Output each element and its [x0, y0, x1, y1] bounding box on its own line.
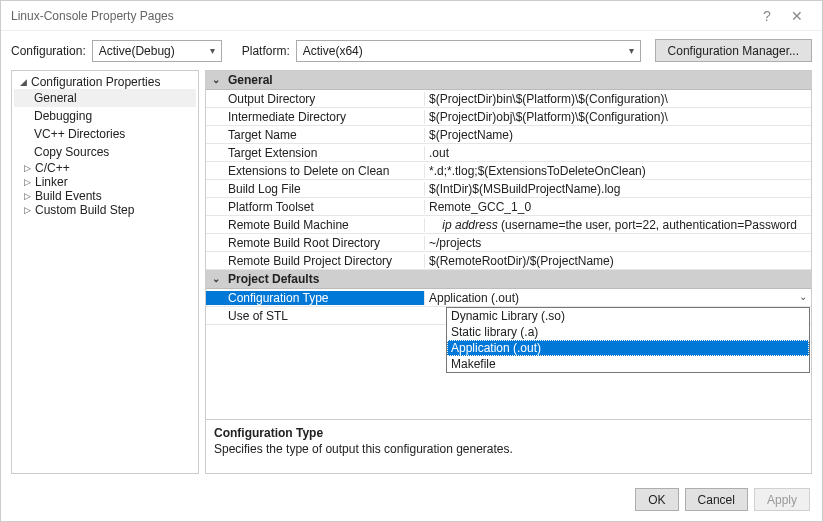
description-text: Specifies the type of output this config…	[214, 442, 803, 456]
property-row[interactable]: Target Name$(ProjectName)	[206, 126, 811, 144]
titlebar: Linux-Console Property Pages ? ✕	[1, 1, 822, 31]
property-name: Extensions to Delete on Clean	[206, 164, 424, 178]
property-value[interactable]: Application (.out)⌄	[424, 291, 811, 305]
platform-value: Active(x64)	[303, 44, 363, 58]
property-row[interactable]: Extensions to Delete on Clean*.d;*.tlog;…	[206, 162, 811, 180]
property-name: Intermediate Directory	[206, 110, 424, 124]
configuration-manager-button[interactable]: Configuration Manager...	[655, 39, 812, 62]
help-icon[interactable]: ?	[752, 8, 782, 24]
property-row[interactable]: Platform ToolsetRemote_GCC_1_0	[206, 198, 811, 216]
property-grid: ⌄ General Output Directory$(ProjectDir)b…	[205, 70, 812, 474]
tree-item-vc-directories[interactable]: VC++ Directories	[14, 125, 196, 143]
apply-button[interactable]: Apply	[754, 488, 810, 511]
configuration-value: Active(Debug)	[99, 44, 175, 58]
property-name: Configuration Type	[206, 291, 424, 305]
property-row[interactable]: Output Directory$(ProjectDir)bin\$(Platf…	[206, 90, 811, 108]
property-value[interactable]: $(ProjectDir)bin\$(Platform)\$(Configura…	[424, 92, 811, 106]
dropdown-item[interactable]: Static library (.a)	[447, 324, 809, 340]
property-row[interactable]: Configuration TypeApplication (.out)⌄	[206, 289, 811, 307]
property-name: Use of STL	[206, 309, 424, 323]
property-name: Output Directory	[206, 92, 424, 106]
ok-button[interactable]: OK	[635, 488, 678, 511]
tree-root[interactable]: ◢ Configuration Properties	[14, 75, 196, 89]
collapse-icon: ⌄	[212, 74, 220, 85]
configuration-combo[interactable]: Active(Debug) ▾	[92, 40, 222, 62]
tree-item-build-events[interactable]: ▷Build Events	[14, 189, 196, 203]
property-row[interactable]: Remote Build Machine ip address (usernam…	[206, 216, 811, 234]
property-name: Target Name	[206, 128, 424, 142]
dropdown-item[interactable]: Makefile	[447, 356, 809, 372]
configuration-type-dropdown[interactable]: Dynamic Library (.so)Static library (.a)…	[446, 307, 810, 373]
property-value[interactable]: .out	[424, 146, 811, 160]
property-value[interactable]: ~/projects	[424, 236, 811, 250]
tree-item-c-c-[interactable]: ▷C/C++	[14, 161, 196, 175]
property-row[interactable]: Intermediate Directory$(ProjectDir)obj\$…	[206, 108, 811, 126]
section-defaults-header[interactable]: ⌄ Project Defaults	[206, 270, 811, 289]
tree-item-linker[interactable]: ▷Linker	[14, 175, 196, 189]
property-name: Target Extension	[206, 146, 424, 160]
property-pages-dialog: Linux-Console Property Pages ? ✕ Configu…	[0, 0, 823, 522]
expand-icon: ▷	[24, 163, 31, 173]
property-name: Build Log File	[206, 182, 424, 196]
platform-label: Platform:	[242, 44, 290, 58]
tree-item-debugging[interactable]: Debugging	[14, 107, 196, 125]
cancel-button[interactable]: Cancel	[685, 488, 748, 511]
window-title: Linux-Console Property Pages	[11, 9, 752, 23]
property-name: Remote Build Project Directory	[206, 254, 424, 268]
tree-item-custom-build-step[interactable]: ▷Custom Build Step	[14, 203, 196, 217]
collapse-icon: ⌄	[212, 273, 220, 284]
property-name: Remote Build Root Directory	[206, 236, 424, 250]
section-general-header[interactable]: ⌄ General	[206, 71, 811, 90]
property-value[interactable]: ip address (username=the user, port=22, …	[424, 218, 811, 232]
sidebar-tree[interactable]: ◢ Configuration Properties GeneralDebugg…	[11, 70, 199, 474]
property-value[interactable]: $(ProjectDir)obj\$(Platform)\$(Configura…	[424, 110, 811, 124]
tree-item-copy-sources[interactable]: Copy Sources	[14, 143, 196, 161]
chevron-down-icon: ▾	[629, 45, 634, 56]
property-value[interactable]: $(IntDir)$(MSBuildProjectName).log	[424, 182, 811, 196]
property-value[interactable]: *.d;*.tlog;$(ExtensionsToDeleteOnClean)	[424, 164, 811, 178]
expand-icon: ▷	[24, 191, 31, 201]
close-icon[interactable]: ✕	[782, 8, 812, 24]
toolbar: Configuration: Active(Debug) ▾ Platform:…	[1, 31, 822, 70]
property-value[interactable]: $(ProjectName)	[424, 128, 811, 142]
property-value[interactable]: $(RemoteRootDir)/$(ProjectName)	[424, 254, 811, 268]
dialog-footer: OK Cancel Apply	[1, 480, 822, 521]
collapse-icon: ◢	[20, 77, 27, 87]
configuration-label: Configuration:	[11, 44, 86, 58]
property-row[interactable]: Remote Build Root Directory~/projects	[206, 234, 811, 252]
dropdown-item[interactable]: Dynamic Library (.so)	[447, 308, 809, 324]
property-name: Platform Toolset	[206, 200, 424, 214]
property-row[interactable]: Remote Build Project Directory$(RemoteRo…	[206, 252, 811, 270]
dropdown-item[interactable]: Application (.out)	[447, 340, 809, 356]
property-row[interactable]: Build Log File$(IntDir)$(MSBuildProjectN…	[206, 180, 811, 198]
property-row[interactable]: Target Extension.out	[206, 144, 811, 162]
description-panel: Configuration Type Specifies the type of…	[206, 419, 811, 473]
platform-combo[interactable]: Active(x64) ▾	[296, 40, 641, 62]
property-name: Remote Build Machine	[206, 218, 424, 232]
chevron-down-icon[interactable]: ⌄	[799, 291, 807, 302]
expand-icon: ▷	[24, 177, 31, 187]
property-value[interactable]: Remote_GCC_1_0	[424, 200, 811, 214]
tree-item-general[interactable]: General	[14, 89, 196, 107]
grid-body: ⌄ General Output Directory$(ProjectDir)b…	[206, 71, 811, 419]
chevron-down-icon: ▾	[210, 45, 215, 56]
expand-icon: ▷	[24, 205, 31, 215]
description-title: Configuration Type	[214, 426, 803, 440]
